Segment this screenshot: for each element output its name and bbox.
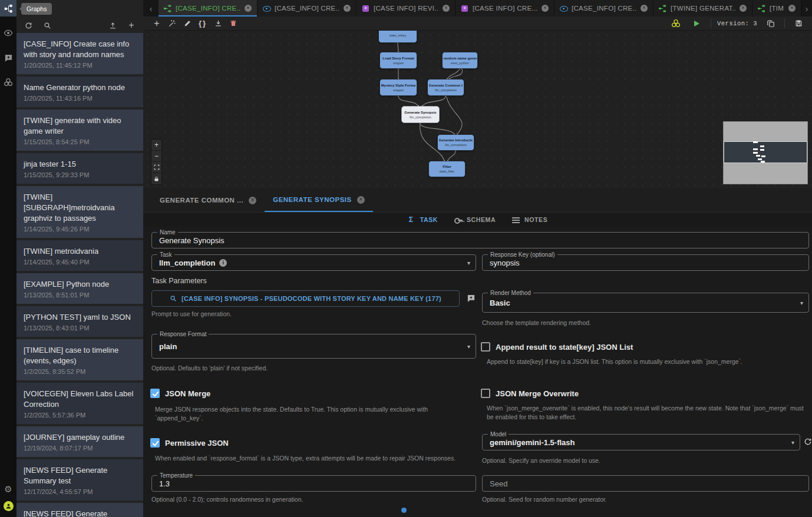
graph-list-item[interactable]: [CASE_INFO] Create case info with story …	[16, 33, 143, 74]
append-to-key-checkbox[interactable]	[481, 342, 490, 352]
tab-label: [CASE INFO] REVI...	[374, 5, 438, 12]
graph-icon	[4, 4, 13, 13]
delete-icon[interactable]	[226, 18, 241, 29]
document-tab[interactable]: [CASE INFO] REVI...	[357, 0, 455, 16]
permissive-json-checkbox[interactable]	[150, 438, 160, 448]
rail-connections-button[interactable]	[0, 74, 16, 91]
tab-label: [TIMELINE	[770, 5, 784, 12]
tab-label: [CASE_INFO] CRE...	[275, 5, 339, 12]
tab-close-icon[interactable]	[542, 5, 549, 12]
node-tab[interactable]: GENERATE SYNOPSIS	[265, 188, 373, 212]
tab-close-icon[interactable]	[740, 5, 747, 12]
rail-view-button[interactable]	[0, 25, 16, 41]
graph-node[interactable]: state_rekey	[378, 31, 417, 43]
graph-item-timestamp: 1/15/2025, 9:29:33 PM	[24, 171, 136, 178]
task-parameters-heading: Task Parameters	[151, 277, 207, 285]
seed-field[interactable]: Seed	[482, 475, 809, 492]
node-tab-close-icon[interactable]	[357, 196, 365, 204]
prompt-select-button[interactable]: [CASE INFO] SYNOPSIS - PSEUDOCODE WITH S…	[151, 290, 460, 307]
graph-list-item[interactable]: [NEWS FEED] Generate Summary 12/17/2024,…	[16, 503, 143, 517]
node-tab[interactable]: GENERATE COMMON ...	[151, 188, 265, 212]
download-icon[interactable]	[210, 18, 226, 29]
refresh-icon[interactable]	[24, 21, 33, 30]
tab-close-icon[interactable]	[788, 5, 796, 12]
rail-settings-button[interactable]: ⚙	[0, 481, 16, 498]
tab-close-icon[interactable]	[344, 5, 351, 12]
task-select[interactable]: Task llm_completion i ▾	[151, 254, 476, 271]
json-merge-overwrite-label: JSON Merge Overwrite	[496, 389, 579, 398]
model-refresh-button[interactable]	[802, 436, 812, 448]
graph-node[interactable]: Generate Synopsis llm_completion	[401, 106, 440, 123]
view-tab[interactable]: SCHEMA	[454, 216, 496, 223]
graph-list-item[interactable]: [VOICEGEN] Eleven Labs Label Correction …	[16, 383, 143, 424]
play-icon[interactable]	[689, 18, 705, 29]
response-format-select[interactable]: Response Format plain ▾	[151, 334, 476, 359]
document-tab[interactable]: [TWINE] GENERAT...	[653, 0, 752, 16]
tab-close-icon[interactable]	[245, 5, 252, 12]
graph-list-item[interactable]: Name Generator python node 1/20/2025, 11…	[16, 77, 143, 107]
graph-list-item[interactable]: [JOURNEY] gameplay outline 12/19/2024, 8…	[16, 426, 143, 457]
json-merge-overwrite-checkbox[interactable]	[481, 389, 490, 398]
tab-close-icon[interactable]	[443, 5, 450, 12]
document-tab[interactable]: [CASE_INFO] CRE...	[554, 0, 653, 16]
tab-type-icon	[263, 5, 270, 12]
zoom-out-button[interactable]: −	[151, 151, 161, 162]
graph-list-item[interactable]: jinja tester 1-15 1/15/2025, 9:29:33 PM	[16, 153, 143, 184]
search-icon[interactable]	[42, 21, 52, 30]
document-tab[interactable]: [CASE INFO] CRE...	[455, 0, 554, 16]
graph-node[interactable]: Generate Common Info llm_completion	[427, 79, 464, 96]
view-tab[interactable]: TASK	[408, 216, 438, 223]
save-icon[interactable]	[791, 18, 806, 29]
temperature-field[interactable]: Temperature 1.3	[151, 475, 476, 492]
view-tab-icon	[408, 216, 416, 223]
model-select[interactable]: Model gemini/gemini-1.5-flash ▾	[482, 434, 800, 450]
tabs-scroll-left[interactable]: ‹	[143, 0, 159, 16]
view-tab-label: SCHEMA	[467, 216, 496, 223]
graph-list-item[interactable]: [PYTHON TEST] yaml to JSON 1/13/2025, 8:…	[16, 306, 143, 337]
graph-node[interactable]: Mystery Style Format... snippet	[379, 79, 417, 96]
upload-icon[interactable]	[108, 21, 117, 30]
edit-icon[interactable]	[180, 18, 195, 29]
graph-node[interactable]: Load Story Format snippet	[379, 52, 417, 69]
document-tab[interactable]: [CASE_INFO] CRE...	[159, 0, 258, 16]
graph-node[interactable]: Filter state_filter	[428, 161, 466, 177]
graph-list-item[interactable]: [TIMELINE] case to timeline (events, edg…	[16, 339, 143, 380]
graph-list-item[interactable]: [EXAMPLE] Python node 1/13/2025, 8:51:01…	[16, 273, 143, 304]
response-key-field[interactable]: Response Key (optional) synopsis	[482, 254, 809, 271]
json-braces-icon[interactable]: {}	[195, 18, 210, 29]
fit-view-button[interactable]	[151, 162, 161, 173]
graph-node[interactable]: random name genera... exec_python	[442, 52, 478, 69]
node-tab-close-icon[interactable]	[249, 197, 256, 204]
render-method-select[interactable]: Render Method Basic ▾	[482, 293, 809, 313]
zoom-in-button[interactable]: +	[151, 140, 161, 151]
name-field[interactable]: Name Generate Synopsis	[151, 232, 809, 248]
graph-item-timestamp: 1/15/2025, 8:54:25 PM	[24, 138, 136, 145]
document-tab[interactable]: [TIMELINE	[752, 0, 801, 16]
tab-type-icon	[362, 5, 369, 12]
add-graph-icon[interactable]: +	[127, 21, 136, 30]
json-merge-checkbox[interactable]	[150, 389, 160, 398]
lock-button[interactable]	[151, 173, 161, 184]
prompt-new-button[interactable]	[464, 291, 477, 304]
graph-list-item[interactable]: [NEWS FEED] Generate Summary test 12/17/…	[16, 459, 143, 501]
app-root: ⚙ Graphs Graphs +	[0, 0, 812, 517]
knot-run-icon[interactable]	[668, 18, 684, 29]
minimap[interactable]	[724, 122, 807, 184]
graph-list-item[interactable]: [TWINE] metroidvania 1/14/2025, 9:45:40 …	[16, 240, 143, 271]
panel-scroll-thumb[interactable]	[401, 508, 407, 513]
view-tab[interactable]: NOTES	[512, 216, 547, 223]
info-icon[interactable]: i	[219, 259, 227, 267]
graph-node[interactable]: Generate Introduction llm_completion	[437, 134, 474, 151]
add-node-icon[interactable]: +	[149, 18, 164, 29]
rail-prompts-button[interactable]	[0, 49, 16, 66]
copy-icon[interactable]	[763, 18, 778, 29]
graph-list-item[interactable]: [TWINE][SUBGRAPH]metroidvania graphviz t…	[16, 186, 143, 238]
tab-close-icon[interactable]	[641, 5, 648, 12]
wand-icon[interactable]	[164, 18, 180, 29]
document-tab[interactable]: [CASE_INFO] CRE...	[258, 0, 357, 16]
graph-canvas[interactable]: state_rekey Load Story Format snippet ra…	[143, 31, 812, 188]
graph-list-item[interactable]: [TWINE] generate with video game writer …	[16, 110, 143, 151]
user-avatar[interactable]	[4, 501, 14, 511]
tabs-scroll-right[interactable]: ›	[801, 0, 812, 16]
rail-graphs-button[interactable]	[0, 0, 16, 16]
